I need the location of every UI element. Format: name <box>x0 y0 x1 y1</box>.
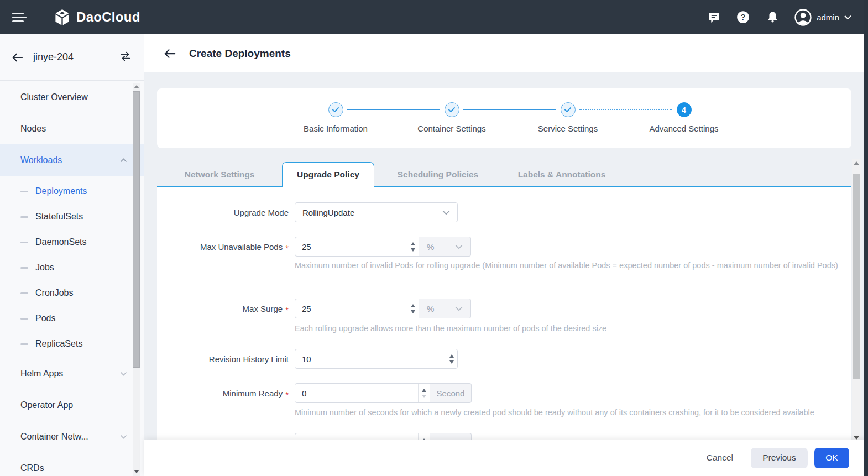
cluster-back-icon[interactable] <box>11 52 23 63</box>
sidebar-scrollbar[interactable] <box>133 83 140 476</box>
max-surge-help: Each rolling upgrade allows more than th… <box>295 322 842 334</box>
upgrade-mode-label: Upgrade Mode <box>157 208 289 217</box>
required-asterisk <box>285 304 289 313</box>
menu-toggle-icon[interactable] <box>12 11 27 24</box>
wizard-footer: Cancel Previous OK <box>144 440 868 476</box>
tab-network-settings[interactable]: Network Settings <box>157 162 282 187</box>
notifications-bell-icon[interactable] <box>765 10 780 24</box>
content-scrollbar[interactable] <box>852 159 861 442</box>
sidebar-item-operator-app[interactable]: Operator App <box>0 389 144 421</box>
sidebar-menu: Cluster Overview Nodes Workloads Deploym… <box>0 81 144 476</box>
window-edge <box>864 0 868 476</box>
sidebar: jinye-204 Cluster Overview Nodes Workloa… <box>0 34 144 476</box>
dash-icon <box>20 242 28 243</box>
max-surge-input[interactable] <box>295 299 407 318</box>
scrollbar-thumb[interactable] <box>853 174 860 379</box>
scrollbar-thumb[interactable] <box>133 91 140 368</box>
revision-history-limit-label: Revision History Limit <box>157 354 289 364</box>
sidebar-item-statefulsets[interactable]: StatefulSets <box>0 204 144 229</box>
number-stepper[interactable] <box>446 349 457 368</box>
step-container-settings[interactable]: Container Settings <box>396 102 507 133</box>
ok-button[interactable]: OK <box>814 448 849 468</box>
tab-scheduling-policies[interactable]: Scheduling Policies <box>374 162 501 187</box>
number-stepper[interactable] <box>418 433 430 440</box>
max-unavailable-pods-label: Max Unavailable Pods <box>157 242 289 252</box>
max-unavailable-pods-input[interactable] <box>295 237 407 256</box>
stepper-up-icon[interactable] <box>411 304 415 307</box>
sidebar-item-cronjobs[interactable]: CronJobs <box>0 280 144 306</box>
switch-cluster-icon[interactable] <box>119 51 132 64</box>
scroll-up-icon[interactable] <box>134 85 139 88</box>
minimum-ready-label: Minimum Ready <box>157 389 289 398</box>
stepper-down-icon[interactable] <box>449 360 454 364</box>
minimum-ready-input[interactable] <box>295 384 418 402</box>
tab-upgrade-policy[interactable]: Upgrade Policy <box>282 162 374 187</box>
top-navbar: DaoCloud ? <box>0 0 868 34</box>
step-check-icon <box>328 102 343 117</box>
number-stepper[interactable] <box>407 237 419 256</box>
dash-icon <box>20 343 28 345</box>
revision-history-limit-input[interactable] <box>295 349 446 368</box>
minimum-ready-input-group <box>295 383 430 403</box>
stepper-up-icon[interactable] <box>422 389 426 392</box>
upgrade-policy-panel: Upgrade Mode RollingUpdate Max Unavailab… <box>157 187 851 440</box>
max-unavailable-pods-input-group <box>295 237 419 257</box>
scroll-down-icon[interactable] <box>134 470 139 473</box>
upgrade-max-duration-input[interactable] <box>295 433 418 440</box>
upgrade-mode-select[interactable]: RollingUpdate <box>295 202 458 222</box>
sidebar-item-workloads[interactable]: Workloads <box>0 144 144 176</box>
step-basic-information[interactable]: Basic Information <box>280 102 391 133</box>
sidebar-item-nodes[interactable]: Nodes <box>0 113 144 144</box>
sidebar-item-pods[interactable]: Pods <box>0 306 144 331</box>
required-asterisk <box>285 242 289 252</box>
chevron-down-icon <box>442 210 450 215</box>
step-number-badge: 4 <box>677 102 692 117</box>
upgrade-max-duration-unit: Second <box>430 433 472 440</box>
sidebar-item-cluster-overview[interactable]: Cluster Overview <box>0 81 144 113</box>
max-surge-input-group <box>295 299 419 318</box>
tab-labels-annotations[interactable]: Labels & Annotations <box>501 162 622 187</box>
stepper-down-icon[interactable] <box>411 310 415 313</box>
svg-text:?: ? <box>741 13 746 22</box>
workloads-submenu: Deployments StatefulSets DaemonSets Jobs… <box>0 176 144 358</box>
required-asterisk <box>285 389 289 398</box>
sidebar-item-deployments[interactable]: Deployments <box>0 179 144 204</box>
stepper-down-icon <box>422 395 426 398</box>
messages-icon[interactable] <box>707 10 721 24</box>
number-stepper[interactable] <box>407 299 419 318</box>
page-header: Create Deployments <box>144 34 868 72</box>
cluster-name: jinye-204 <box>33 51 74 63</box>
brand-logo[interactable]: DaoCloud <box>53 8 140 27</box>
sidebar-item-helm-apps[interactable]: Helm Apps <box>0 358 144 389</box>
scroll-up-icon[interactable] <box>854 161 859 165</box>
chevron-up-icon <box>120 158 127 163</box>
sidebar-item-replicasets[interactable]: ReplicaSets <box>0 331 144 357</box>
number-stepper[interactable] <box>418 384 430 402</box>
max-unavailable-pods-unit-select: % <box>419 237 471 257</box>
sidebar-item-container-network[interactable]: Container Netw... <box>0 421 144 452</box>
page-back-icon[interactable] <box>163 48 176 59</box>
step-advanced-settings[interactable]: 4 Advanced Settings <box>629 102 739 133</box>
sidebar-item-daemonsets[interactable]: DaemonSets <box>0 229 144 255</box>
sidebar-item-jobs[interactable]: Jobs <box>0 255 144 280</box>
avatar-icon <box>794 9 812 26</box>
dash-icon <box>20 292 28 294</box>
previous-button[interactable]: Previous <box>751 448 808 468</box>
step-check-icon <box>445 102 459 117</box>
stepper-down-icon[interactable] <box>411 248 415 252</box>
revision-history-limit-input-group <box>295 349 458 369</box>
dash-icon <box>20 216 28 218</box>
tab-bar: Network Settings Upgrade Policy Scheduli… <box>157 162 851 187</box>
sidebar-item-crds[interactable]: CRDs <box>0 452 144 476</box>
username-label: admin <box>817 13 839 22</box>
chevron-down-icon <box>120 435 127 439</box>
stepper-up-icon[interactable] <box>411 242 415 245</box>
stepper-up-icon[interactable] <box>449 354 454 358</box>
dash-icon <box>20 318 28 320</box>
cancel-button[interactable]: Cancel <box>699 448 741 467</box>
chevron-down-icon <box>844 15 851 20</box>
step-service-settings[interactable]: Service Settings <box>513 102 623 133</box>
user-menu[interactable]: admin <box>794 9 851 26</box>
help-icon[interactable]: ? <box>736 10 750 24</box>
daocloud-logo-icon <box>53 8 71 27</box>
